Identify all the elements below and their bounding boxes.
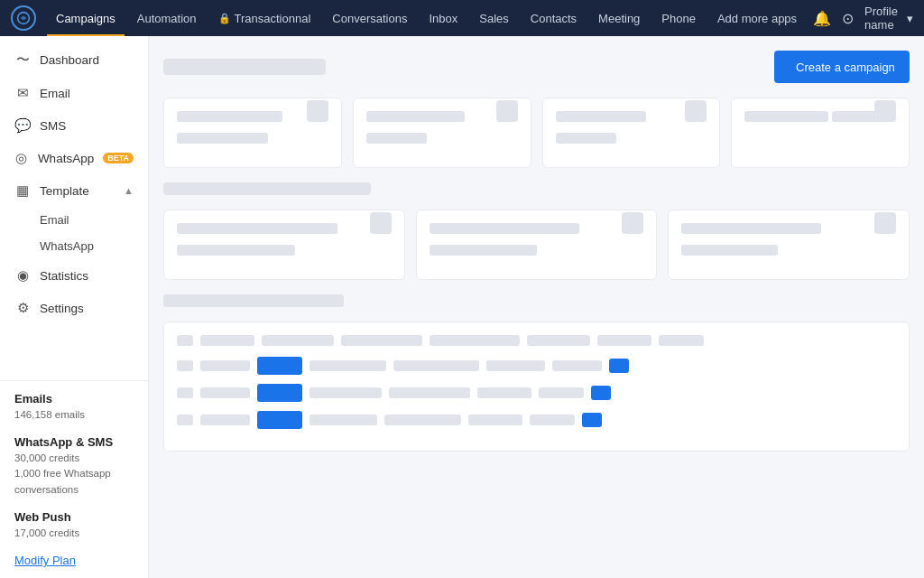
page-title-skeleton: [163, 59, 326, 75]
table-row: [177, 357, 896, 375]
chevron-down-icon: ▾: [907, 12, 913, 25]
logo[interactable]: [11, 5, 36, 31]
sidebar-nav: 〜 Dashboard ✉ Email 💬 SMS ◎ WhatsApp Bet…: [0, 36, 148, 380]
action-badge-2: [591, 386, 611, 400]
create-campaign-button[interactable]: Create a campaign: [774, 51, 910, 83]
help-icon[interactable]: ⊙: [842, 10, 854, 27]
beta-badge: Beta: [103, 153, 134, 163]
nav-conversations[interactable]: Conversations: [323, 0, 416, 36]
webpush-section: Web Push 17,000 credits: [14, 510, 134, 541]
whatsapp-credits: 30,000 credits: [14, 451, 134, 466]
sidebar-item-template[interactable]: ▦ Template ▲: [0, 174, 148, 207]
stat-card-3: [542, 98, 721, 168]
sidebar-item-sms[interactable]: 💬 SMS: [0, 109, 148, 142]
table-header: [177, 335, 896, 346]
table-section: [163, 322, 910, 452]
action-badge-3: [582, 413, 602, 427]
status-badge-blue-1: [257, 357, 302, 375]
webpush-credits: 17,000 credits: [14, 526, 134, 541]
sidebar-item-email[interactable]: ✉ Email: [0, 77, 148, 109]
nav-inbox[interactable]: Inbox: [420, 0, 467, 36]
nav-automation[interactable]: Automation: [128, 0, 206, 36]
sidebar: 〜 Dashboard ✉ Email 💬 SMS ◎ WhatsApp Bet…: [0, 36, 149, 578]
whatsapp-sms-section: WhatsApp & SMS 30,000 credits 1,000 free…: [14, 435, 134, 498]
sidebar-item-whatsapp[interactable]: ◎ WhatsApp Beta: [0, 142, 148, 174]
sub-card-3: [668, 210, 910, 280]
sub-cards-row: [163, 210, 910, 280]
nav-add-more-apps[interactable]: Add more apps: [708, 0, 806, 36]
status-badge-blue-3: [257, 411, 302, 429]
nav-contacts[interactable]: Contacts: [522, 0, 586, 36]
nav-transactionnal[interactable]: 🔒 Transactionnal: [209, 0, 320, 36]
section-label-1: [163, 182, 910, 199]
emails-title: Emails: [14, 392, 134, 406]
webpush-title: Web Push: [14, 510, 134, 524]
template-sub-menu: Email WhatsApp: [0, 207, 148, 259]
top-action-row: Create a campaign: [163, 51, 910, 83]
mail-icon: ✉: [14, 85, 31, 101]
action-badge-1: [609, 359, 629, 373]
section-label-2: [163, 294, 910, 311]
stats-cards-row: [163, 98, 910, 168]
grid-icon: ▦: [14, 182, 31, 199]
sub-card-2: [416, 210, 658, 280]
sidebar-item-dashboard[interactable]: 〜 Dashboard: [0, 43, 148, 77]
gear-icon: ⚙: [14, 300, 31, 316]
whatsapp-icon: ◎: [14, 150, 29, 166]
sidebar-item-statistics[interactable]: ◉ Statistics: [0, 259, 148, 292]
emails-count: 146,158 emails: [14, 407, 134, 423]
main-content: Create a campaign: [149, 36, 924, 578]
sidebar-bottom: Emails 146,158 emails WhatsApp & SMS 30,…: [0, 380, 148, 578]
profile-button[interactable]: Profile name ▾: [864, 5, 913, 32]
stat-card-1: [163, 98, 342, 168]
status-badge-blue-2: [257, 384, 302, 402]
main-layout: 〜 Dashboard ✉ Email 💬 SMS ◎ WhatsApp Bet…: [0, 36, 924, 578]
sidebar-item-settings[interactable]: ⚙ Settings: [0, 292, 148, 324]
whatsapp-free: 1,000 free Whatsapp conversations: [14, 466, 134, 498]
emails-section: Emails 146,158 emails: [14, 392, 134, 423]
nav-campaigns[interactable]: Campaigns: [47, 0, 125, 36]
table-row: [177, 411, 896, 429]
nav-phone[interactable]: Phone: [652, 0, 705, 36]
modify-plan-link[interactable]: Modify Plan: [14, 554, 134, 567]
sub-card-1: [163, 210, 405, 280]
sms-icon: 💬: [14, 117, 31, 134]
nav-meeting[interactable]: Meeting: [589, 0, 649, 36]
top-navigation: Campaigns Automation 🔒 Transactionnal Co…: [0, 0, 924, 36]
table-row: [177, 384, 896, 402]
chart-icon: ◉: [14, 267, 31, 284]
stat-card-4: [731, 98, 910, 168]
bell-icon[interactable]: 🔔: [813, 10, 831, 27]
sidebar-sub-email[interactable]: Email: [40, 207, 148, 233]
pulse-icon: 〜: [14, 51, 31, 69]
whatsapp-sms-title: WhatsApp & SMS: [14, 435, 134, 449]
sidebar-sub-whatsapp[interactable]: WhatsApp: [40, 233, 148, 259]
stat-card-2: [353, 98, 531, 168]
nav-sales[interactable]: Sales: [470, 0, 518, 36]
lock-icon: 🔒: [218, 13, 231, 24]
chevron-up-icon: ▲: [124, 185, 134, 196]
